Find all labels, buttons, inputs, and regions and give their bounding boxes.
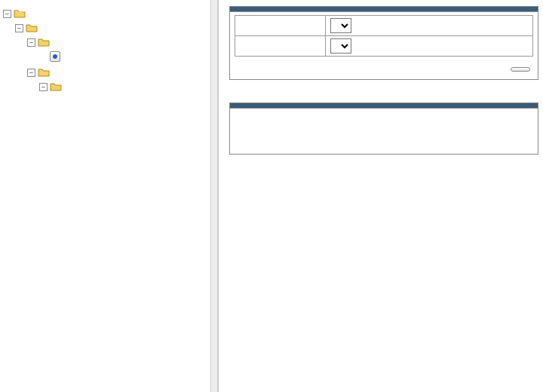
- main-content: [219, 0, 543, 392]
- panel-title: [230, 7, 538, 12]
- folder-open-icon: [14, 8, 26, 19]
- collapse-icon[interactable]: −: [15, 24, 23, 32]
- feedback-panel: [229, 103, 538, 155]
- tree-leaf[interactable]: [39, 50, 217, 63]
- apply-button[interactable]: [511, 67, 530, 72]
- feedback-title: [230, 103, 538, 109]
- collapse-icon[interactable]: −: [27, 69, 35, 77]
- collapse-icon[interactable]: −: [39, 83, 48, 91]
- tree-device[interactable]: −: [3, 7, 217, 20]
- tree-dhcp-server[interactable]: −: [27, 66, 217, 79]
- folder-open-icon: [50, 81, 62, 92]
- folder-open-icon: [38, 67, 50, 78]
- pool-select[interactable]: [330, 18, 351, 33]
- collapse-icon[interactable]: −: [3, 10, 11, 18]
- page-icon: [50, 51, 60, 62]
- config-panel: [229, 6, 538, 80]
- action-select[interactable]: [330, 38, 351, 54]
- tree-dhcp[interactable]: −: [15, 21, 217, 35]
- tree-dhcp-switch[interactable]: −: [27, 35, 217, 49]
- config-form: [235, 15, 533, 57]
- pool-label: [235, 16, 326, 36]
- sidebar-tree[interactable]: − −: [0, 0, 219, 392]
- action-label: [235, 36, 326, 57]
- collapse-icon[interactable]: −: [27, 38, 35, 47]
- feedback-output: [230, 109, 538, 154]
- folder-open-icon: [38, 37, 50, 47]
- tree-pool-params[interactable]: −: [39, 80, 217, 93]
- folder-open-icon: [26, 23, 38, 33]
